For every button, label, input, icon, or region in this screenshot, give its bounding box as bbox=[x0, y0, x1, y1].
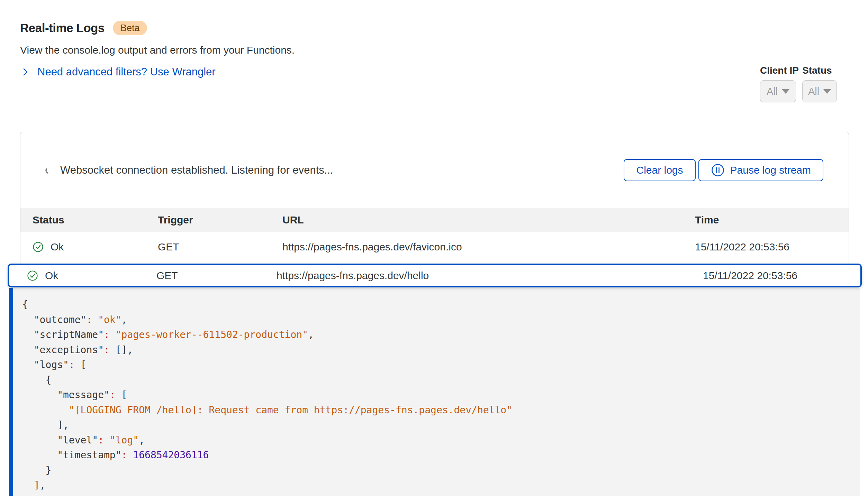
code-token: : bbox=[121, 449, 127, 461]
column-header-status: Status bbox=[33, 214, 158, 226]
code-token: "[LOGGING FROM /hello]: Request came fro… bbox=[69, 404, 512, 416]
code-token bbox=[92, 314, 98, 325]
code-token bbox=[22, 359, 34, 370]
code-token: "exceptions" bbox=[34, 344, 104, 356]
code-token bbox=[22, 404, 69, 416]
status-ok-icon bbox=[27, 270, 38, 281]
code-line: "[LOGGING FROM /hello]: Request came fro… bbox=[22, 403, 860, 418]
code-token: 1668542036116 bbox=[133, 449, 209, 461]
code-token bbox=[22, 329, 34, 340]
json-code: { "outcome": "ok", "scriptName": "pages-… bbox=[13, 288, 860, 493]
code-token bbox=[22, 344, 34, 356]
code-token: ], bbox=[22, 419, 69, 431]
wrangler-link[interactable]: Need advanced filters? Use Wrangler bbox=[21, 66, 216, 78]
code-line: } bbox=[22, 463, 860, 478]
code-token: : bbox=[104, 329, 110, 340]
beta-badge: Beta bbox=[113, 21, 147, 35]
wrangler-link-label: Need advanced filters? Use Wrangler bbox=[37, 66, 216, 78]
code-token: , bbox=[308, 329, 314, 340]
code-token: [], bbox=[110, 344, 133, 356]
code-token: "ok" bbox=[98, 314, 121, 325]
code-line: "logs": [ bbox=[22, 357, 860, 373]
code-token: "pages-worker--611502-production" bbox=[116, 329, 308, 340]
client-ip-label: Client IP bbox=[760, 65, 799, 76]
code-line: ], bbox=[22, 417, 860, 433]
stream-actions: Clear logs Pause log stream bbox=[624, 159, 823, 181]
code-token: "log" bbox=[110, 434, 139, 446]
code-token: : bbox=[98, 434, 104, 446]
page-title: Real-time Logs bbox=[20, 21, 105, 35]
code-token: [ bbox=[75, 359, 87, 370]
column-header-time: Time bbox=[695, 214, 849, 226]
code-token: "level" bbox=[57, 434, 98, 446]
caret-down-icon bbox=[782, 89, 789, 94]
url-cell: https://pages-fns.pages.dev/favicon.ico bbox=[282, 241, 695, 253]
clear-logs-button[interactable]: Clear logs bbox=[624, 159, 695, 181]
status-cell: Ok bbox=[27, 270, 156, 282]
code-line: "timestamp": 1668542036116 bbox=[22, 448, 860, 463]
code-token: "message" bbox=[57, 389, 110, 401]
status-value: Ok bbox=[51, 241, 64, 253]
code-token: ], bbox=[22, 479, 45, 491]
code-token bbox=[127, 449, 133, 461]
client-ip-dropdown-value: All bbox=[767, 86, 778, 97]
code-token: : bbox=[86, 314, 92, 325]
code-token: "scriptName" bbox=[34, 329, 104, 340]
column-header-trigger: Trigger bbox=[158, 214, 282, 226]
code-token: { bbox=[22, 299, 28, 310]
caret-down-icon bbox=[823, 89, 831, 94]
code-token: : bbox=[69, 359, 75, 370]
log-detail-panel: { "outcome": "ok", "scriptName": "pages-… bbox=[9, 288, 860, 496]
page-subtitle: View the console.log output and errors f… bbox=[20, 44, 295, 56]
code-line: "outcome": "ok", bbox=[22, 312, 860, 328]
code-token bbox=[22, 389, 57, 401]
code-line: { bbox=[22, 297, 860, 312]
code-line: "message": [ bbox=[22, 387, 860, 403]
time-cell: 15/11/2022 20:53:56 bbox=[703, 270, 860, 282]
time-cell: 15/11/2022 20:53:56 bbox=[695, 241, 849, 253]
code-line: { bbox=[22, 373, 860, 388]
pause-icon bbox=[711, 163, 725, 177]
pause-log-stream-label: Pause log stream bbox=[730, 164, 811, 176]
status-dropdown-value: All bbox=[808, 86, 819, 97]
code-token: [ bbox=[116, 389, 127, 401]
selected-log-row[interactable]: Ok GET https://pages-fns.pages.dev/hello… bbox=[8, 264, 862, 287]
status-cell: Ok bbox=[33, 241, 158, 253]
status-value: Ok bbox=[45, 270, 58, 282]
clear-logs-label: Clear logs bbox=[636, 164, 683, 176]
pause-log-stream-button[interactable]: Pause log stream bbox=[698, 159, 823, 181]
code-line: "level": "log", bbox=[22, 433, 860, 448]
code-token: , bbox=[121, 314, 127, 325]
websocket-status-message: Websocket connection established. Listen… bbox=[60, 164, 333, 176]
code-token bbox=[104, 434, 110, 446]
code-token: : bbox=[104, 344, 110, 356]
code-token: { bbox=[22, 374, 51, 386]
status-ok-icon bbox=[33, 241, 44, 252]
chevron-right-icon bbox=[21, 67, 30, 76]
code-line: "exceptions": [], bbox=[22, 342, 860, 358]
status-label: Status bbox=[802, 65, 832, 76]
code-line: ], bbox=[22, 478, 860, 493]
stream-status-bar: Websocket connection established. Listen… bbox=[20, 132, 849, 208]
code-token bbox=[22, 314, 34, 325]
code-token: "logs" bbox=[34, 359, 69, 370]
code-token: "timestamp" bbox=[57, 449, 121, 461]
trigger-cell: GET bbox=[158, 241, 282, 253]
client-ip-dropdown[interactable]: All bbox=[760, 80, 796, 102]
realtime-logs-page: Real-time Logs Beta View the console.log… bbox=[0, 0, 868, 496]
code-token: : bbox=[110, 389, 116, 401]
url-cell: https://pages-fns.pages.dev/hello bbox=[277, 270, 703, 282]
table-header: Status Trigger URL Time bbox=[20, 208, 849, 232]
status-dropdown[interactable]: All bbox=[802, 80, 837, 102]
table-row[interactable]: Ok GET https://pages-fns.pages.dev/favic… bbox=[20, 232, 849, 262]
code-token bbox=[110, 329, 116, 340]
code-token: , bbox=[139, 434, 145, 446]
code-token: "outcome" bbox=[34, 314, 87, 325]
page-header: Real-time Logs Beta bbox=[20, 21, 147, 35]
column-header-url: URL bbox=[282, 214, 695, 226]
code-line: "scriptName": "pages-worker--611502-prod… bbox=[22, 327, 860, 342]
code-token bbox=[22, 434, 57, 446]
code-token: } bbox=[22, 465, 51, 476]
spinner-icon bbox=[45, 166, 53, 174]
trigger-cell: GET bbox=[156, 270, 277, 282]
